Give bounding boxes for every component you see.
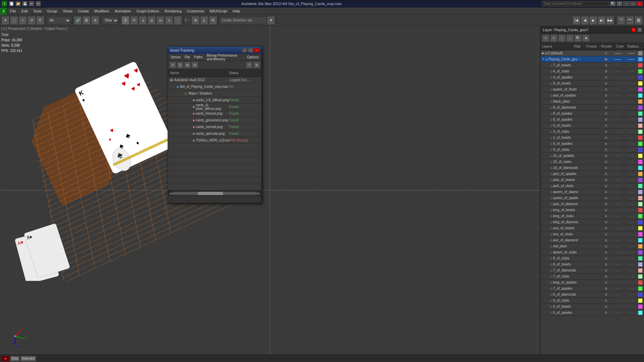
layer-color-box-card-11[interactable] [638, 129, 643, 134]
layer-color-swatch-card-41[interactable] [638, 310, 643, 315]
layer-color-swatch-card-32[interactable] [638, 256, 643, 261]
layer-color-box-card-7[interactable] [638, 105, 643, 110]
layer-color-box-card-40[interactable] [638, 304, 643, 309]
open-icon[interactable]: 📂 [15, 1, 21, 6]
menu-item-views[interactable]: Views [60, 8, 75, 14]
snap-toggle[interactable]: ⊕ [192, 16, 200, 25]
sel-set-dropdown[interactable]: ▼ [267, 16, 275, 25]
render-frame-btn[interactable]: 🖼 [635, 16, 643, 25]
move-btn[interactable]: ⊹ [19, 16, 27, 25]
layer-color-swatch-card-20[interactable] [638, 184, 643, 188]
menu-item-customize[interactable]: Customize [184, 8, 207, 14]
at-menu-server[interactable]: Server [169, 55, 182, 59]
layer-row-card-1[interactable]: ◇ 4_of_clubs —— —— [541, 68, 644, 74]
bind-space-warp-btn[interactable]: ≋ [91, 16, 99, 25]
layer-color-swatch-card-18[interactable] [638, 172, 643, 176]
timeline-track[interactable] [37, 356, 643, 361]
select-region-btn[interactable]: ⬚ [10, 16, 18, 25]
layer-color-swatch-card-12[interactable] [638, 135, 643, 140]
layer-color-box-card-30[interactable] [638, 244, 643, 249]
layer-color-box-card-33[interactable] [638, 262, 643, 267]
layer-color-swatch-card-28[interactable] [638, 232, 643, 237]
at-hscroll-thumb[interactable] [198, 192, 223, 195]
layer-color-swatch-card-1[interactable] [638, 69, 643, 74]
viewport[interactable]: [+] [ Perspective ] [ Shaded + Edged Fac… [0, 26, 540, 355]
align-btn[interactable]: ≡ [165, 16, 173, 25]
select-object-btn[interactable]: ✦ [1, 16, 9, 25]
menu-item-help[interactable]: Help [230, 8, 243, 14]
layer-row-card-29[interactable]: ◇ ace_of_diamond —— —— [541, 237, 644, 243]
layer-color-swatch-card-29[interactable] [638, 238, 643, 243]
layer-color-box-card-0[interactable] [638, 63, 643, 68]
at-row-normal[interactable]: ■ cards_normal.png Found [168, 124, 261, 130]
maximize-button[interactable]: □ [630, 1, 636, 6]
at-list-view-btn[interactable]: ☰ [177, 62, 183, 68]
menu-item-rendering[interactable]: Rendering [162, 8, 184, 14]
at-row-fresnel[interactable]: ■ cards_fresnel.png Found [168, 110, 261, 117]
at-scroll-left-btn[interactable]: ◀ [169, 192, 172, 195]
at-grid-view-btn[interactable]: ⊞ [184, 62, 191, 68]
layer-color-swatch-card-26[interactable] [638, 220, 643, 225]
at-menu-paths[interactable]: Paths [193, 55, 204, 59]
layer-row-card-38[interactable]: ◇ 6_of_diamonds —— —— [541, 292, 644, 298]
layer-color-swatch-card-10[interactable] [638, 123, 643, 128]
layer-color-box-card-18[interactable] [638, 172, 643, 176]
layer-row-card-15[interactable]: ◇ 10_of_spades —— —— [541, 153, 644, 159]
layer-color-box-card-2[interactable] [638, 75, 643, 80]
layer-row-playing-cards-geo[interactable]: ▼ ◈ Playing_Cards_geo ✓ —— —— [541, 56, 644, 62]
layer-color-box-card-28[interactable] [638, 232, 643, 237]
at-help-btn[interactable]: ? [246, 62, 253, 68]
layer-row-card-9[interactable]: ◇ 6_of_spades —— —— [541, 117, 644, 123]
layer-color-box-card-9[interactable] [638, 117, 643, 122]
layer-color-box-pcg[interactable] [638, 57, 643, 62]
layer-color-box-card-14[interactable] [638, 147, 643, 152]
layer-row-card-6[interactable]: ◇ black_joker —— —— [541, 99, 644, 105]
rotate-btn[interactable]: ↺ [28, 16, 36, 25]
render-scene-btn[interactable]: 📷 [626, 16, 634, 25]
at-settings-btn[interactable]: ⚙ [253, 62, 260, 68]
menu-item-graph-editors[interactable]: Graph Editors [134, 8, 162, 14]
layer-row-card-3[interactable]: ◇ 9_of_hearts —— —— [541, 80, 644, 86]
close-button[interactable]: × [637, 1, 643, 6]
layer-row-card-25[interactable]: ◇ king_of_clubs —— —— [541, 213, 644, 219]
menu-item-edit[interactable]: Edit [19, 8, 31, 14]
layer-color-swatch-card-3[interactable] [638, 81, 643, 86]
layer-color-swatch-card-15[interactable] [638, 154, 643, 158]
layer-color-swatch-default[interactable] [638, 51, 643, 56]
layer-color-box-card-20[interactable] [638, 184, 643, 188]
layer-color-box-card-19[interactable] [638, 178, 643, 182]
at-hscroll-track[interactable] [172, 192, 257, 195]
layer-row-card-5[interactable]: ◇ ace_of_spades —— —— [541, 93, 644, 99]
select-rotate-btn[interactable]: ⟳ [130, 16, 138, 25]
menu-item-modifiers[interactable]: Modifiers [92, 8, 112, 14]
layer-row-default[interactable]: ▶ ◈ 0 (default) —— —— [541, 50, 644, 56]
layer-color-box-card-10[interactable] [638, 123, 643, 128]
timeline-slider[interactable] [37, 356, 643, 361]
layer-color-swatch-pcg[interactable] [638, 57, 643, 62]
layer-row-card-26[interactable]: ◇ king_of_diamonc —— —— [541, 219, 644, 225]
search-icon[interactable]: 🔍 [610, 1, 616, 6]
help-icon[interactable]: ? [616, 1, 623, 6]
layer-row-card-4[interactable]: ◇ queen_of_heart —— —— [541, 86, 644, 93]
layer-color-swatch-card-2[interactable] [638, 75, 643, 80]
layer-list[interactable]: ▶ ◈ 0 (default) —— —— ▼ ◈ Playing_Cards_… [541, 50, 644, 355]
layer-row-card-20[interactable]: ◇ jack_of_clubs —— —— [541, 183, 644, 189]
menu-item-tools[interactable]: Tools [31, 8, 45, 14]
layer-color-swatch-card-38[interactable] [638, 292, 643, 297]
layer-row-card-41[interactable]: ◇ 5_of_spades —— —— [541, 310, 644, 316]
search-input[interactable] [542, 1, 609, 6]
layer-row-card-36[interactable]: ◇ king_of_spades —— —— [541, 280, 644, 286]
at-menu-options[interactable]: Options [246, 55, 260, 59]
layer-color-box-card-39[interactable] [638, 298, 643, 303]
layer-row-card-32[interactable]: ◇ 8_of_clubs —— —— [541, 255, 644, 261]
at-menu-bitmap[interactable]: Bitmap Performance and Memory [205, 54, 244, 61]
layer-color-box-card-29[interactable] [638, 238, 643, 243]
at-maximize-btn[interactable]: □ [248, 48, 253, 53]
layer-row-card-37[interactable]: ◇ 7_of_spades —— —— [541, 286, 644, 292]
layer-color-box-card-41[interactable] [638, 310, 643, 315]
render-setup-btn[interactable]: 🎬 [617, 16, 625, 25]
at-tree-view-btn[interactable]: ⊟ [192, 62, 198, 68]
layer-row-card-22[interactable]: ◇ queen_of_spade —— —— [541, 195, 644, 201]
layer-color-box-card-25[interactable] [638, 214, 643, 219]
layer-color-swatch-card-8[interactable] [638, 111, 643, 116]
